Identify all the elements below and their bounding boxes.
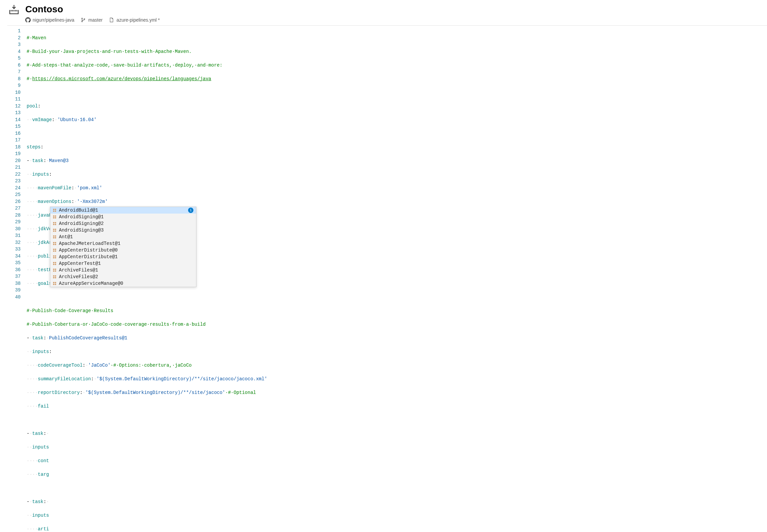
line-number: 19 (7, 150, 27, 157)
breadcrumb-repo-label: nigurr/pipelines-java (33, 17, 74, 23)
svg-rect-29 (53, 251, 55, 252)
autocomplete-popup[interactable]: AndroidBuild@1iAndroidSigning@1AndroidSi… (50, 207, 196, 287)
autocomplete-label: AndroidBuild@1 (59, 207, 186, 214)
line-number: 3 (7, 41, 27, 48)
svg-rect-21 (53, 237, 55, 239)
code-str: Maven@3 (49, 158, 69, 163)
line-number: 15 (7, 123, 27, 130)
svg-rect-35 (53, 262, 55, 264)
code-str: 'Ubuntu·16.04' (57, 117, 96, 122)
autocomplete-item[interactable]: AndroidSigning@3 (50, 227, 196, 234)
branch-icon (81, 17, 86, 23)
code-url[interactable]: https://docs.microsoft.com/azure/devops/… (32, 76, 211, 82)
line-number: 36 (7, 266, 27, 273)
line-number: 24 (7, 185, 27, 192)
autocomplete-item[interactable]: ApacheJMeterLoadTest@1 (50, 240, 196, 247)
line-number: 31 (7, 232, 27, 239)
line-number: 7 (7, 69, 27, 76)
autocomplete-item[interactable]: Ant@1 (50, 234, 196, 240)
svg-point-2 (84, 19, 85, 20)
header: Contoso nigurr/pipelines-java master azu… (0, 0, 767, 25)
svg-rect-13 (53, 224, 55, 225)
autocomplete-item[interactable]: ArchiveFiles@2 (50, 273, 196, 280)
svg-rect-31 (53, 256, 55, 257)
line-number: 40 (7, 294, 27, 301)
code-key: steps (27, 144, 41, 150)
svg-rect-4 (55, 209, 56, 210)
page-title: Contoso (25, 4, 759, 15)
autocomplete-item[interactable]: AndroidSigning@1 (50, 214, 196, 220)
line-number: 14 (7, 116, 27, 123)
autocomplete-item[interactable]: AppCenterTest@1 (50, 260, 196, 267)
code-key: task (32, 158, 44, 163)
line-number: 37 (7, 273, 27, 280)
autocomplete-item[interactable]: AppCenterDistribute@0 (50, 247, 196, 254)
line-number: 9 (7, 82, 27, 89)
breadcrumb-repo[interactable]: nigurr/pipelines-java (25, 17, 74, 23)
svg-rect-28 (55, 249, 56, 250)
svg-rect-9 (53, 217, 55, 219)
autocomplete-label: AndroidSigning@2 (59, 220, 194, 227)
breadcrumb-file[interactable]: azure-pipelines.yml * (109, 17, 160, 23)
line-number: 29 (7, 219, 27, 226)
code-text: #·Add·steps·that·analyze·code,·save·buil… (27, 63, 222, 68)
svg-rect-42 (55, 270, 56, 272)
snippet-icon (52, 235, 57, 239)
line-number: 2 (7, 35, 27, 42)
svg-rect-10 (55, 217, 56, 219)
line-number: 1 (7, 28, 27, 35)
line-number: 27 (7, 205, 27, 212)
breadcrumb-branch[interactable]: master (81, 17, 102, 23)
autocomplete-label: AppCenterDistribute@1 (59, 254, 194, 261)
snippet-icon (52, 208, 57, 213)
snippet-icon (52, 255, 57, 259)
svg-rect-41 (53, 270, 55, 272)
line-number: 20 (7, 157, 27, 164)
svg-rect-19 (53, 236, 55, 237)
autocomplete-item[interactable]: AzureAppServiceManage@0 (50, 280, 196, 287)
autocomplete-item[interactable]: AndroidBuild@1i (50, 207, 196, 214)
snippet-icon (52, 248, 57, 253)
code-str: '$(System.DefaultWorkingDirectory)/**/si… (96, 376, 267, 382)
autocomplete-label: AndroidSigning@3 (59, 227, 194, 234)
line-number: 39 (7, 287, 27, 294)
svg-rect-50 (55, 284, 56, 285)
info-icon[interactable]: i (188, 208, 193, 213)
code-key: task (32, 335, 44, 341)
line-number: 8 (7, 76, 27, 83)
code-key: fail (38, 404, 49, 409)
code-editor[interactable]: 1234567891011121314151617181920212223242… (7, 25, 767, 532)
svg-rect-23 (53, 242, 55, 244)
code-key: inputs (32, 172, 49, 177)
code-key: cont (38, 458, 49, 463)
line-number: 25 (7, 191, 27, 198)
svg-rect-24 (55, 242, 56, 244)
svg-rect-11 (53, 222, 55, 224)
autocomplete-item[interactable]: AppCenterDistribute@1 (50, 254, 196, 260)
code-key: inputs (32, 444, 49, 450)
svg-rect-14 (55, 224, 56, 225)
breadcrumb-branch-label: master (88, 17, 102, 23)
autocomplete-label: ApacheJMeterLoadTest@1 (59, 240, 194, 247)
svg-rect-47 (53, 282, 55, 283)
file-icon (109, 17, 114, 23)
code-key: inputs (32, 513, 49, 518)
svg-rect-20 (55, 236, 56, 237)
svg-rect-44 (55, 275, 56, 277)
code-str: PublishCodeCoverageResults@1 (49, 335, 127, 341)
line-number: 13 (7, 109, 27, 116)
autocomplete-item[interactable]: AndroidSigning@2 (50, 220, 196, 227)
snippet-icon (52, 228, 57, 233)
line-number: 6 (7, 62, 27, 69)
code-area[interactable]: #·Maven #·Build·your·Java·projects·and·r… (27, 26, 767, 532)
svg-rect-32 (55, 256, 56, 257)
code-key: arti (38, 526, 49, 532)
snippet-icon (52, 268, 57, 272)
svg-rect-30 (55, 251, 56, 252)
svg-rect-48 (55, 282, 56, 283)
autocomplete-item[interactable]: ArchiveFiles@1 (50, 267, 196, 273)
code-str: 'pom.xml' (77, 185, 102, 191)
snippet-icon (52, 221, 57, 226)
svg-rect-36 (55, 262, 56, 264)
code-text: #· (27, 76, 32, 82)
